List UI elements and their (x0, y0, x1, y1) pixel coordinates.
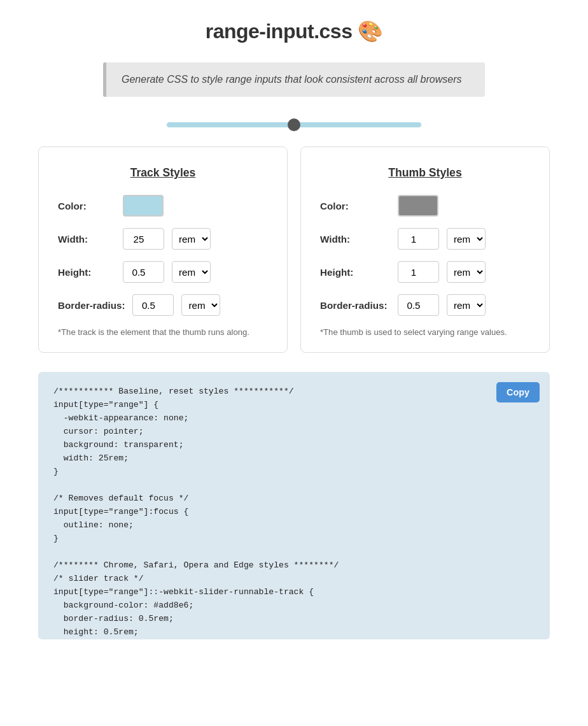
thumb-card-note: *The thumb is used to select varying ran… (320, 327, 530, 337)
track-color-label: Color: (58, 201, 115, 211)
banner-text: Generate CSS to style range inputs that … (122, 74, 470, 85)
thumb-height-input[interactable] (398, 261, 439, 283)
banner: Generate CSS to style range inputs that … (103, 62, 485, 97)
code-section: Copy /*********** Baseline, reset styles… (38, 372, 550, 639)
thumb-border-radius-input[interactable] (398, 294, 439, 316)
page-title: range-input.css 🎨 (13, 19, 575, 43)
track-width-unit[interactable]: rempxem% (172, 228, 211, 250)
track-card-note: *The track is the element that the thumb… (58, 327, 268, 337)
track-height-input[interactable] (123, 261, 164, 283)
thumb-border-radius-unit[interactable]: rempxem% (447, 294, 486, 316)
thumb-border-radius-row: Border-radius: rempxem% (320, 294, 530, 316)
track-border-radius-input[interactable] (132, 294, 174, 316)
track-height-unit[interactable]: rempxem% (172, 261, 211, 283)
thumb-color-swatch[interactable] (398, 195, 438, 217)
track-color-row: Color: (58, 195, 268, 217)
track-border-radius-unit[interactable]: rempxem% (181, 294, 220, 316)
cards-row: Track Styles Color: Width: rempxem% Heig… (0, 146, 588, 353)
page-header: range-input.css 🎨 (0, 0, 588, 56)
thumb-color-label: Color: (320, 201, 390, 211)
track-card-title: Track Styles (58, 166, 268, 180)
thumb-color-row: Color: (320, 195, 530, 217)
code-block: /*********** Baseline, reset styles ****… (53, 385, 535, 639)
thumb-width-input[interactable] (398, 228, 439, 250)
track-styles-card: Track Styles Color: Width: rempxem% Heig… (38, 146, 288, 353)
track-height-label: Height: (58, 267, 115, 278)
track-width-input[interactable] (123, 228, 164, 250)
track-width-row: Width: rempxem% (58, 228, 268, 250)
track-border-radius-label: Border-radius: (58, 300, 125, 311)
track-color-swatch[interactable] (123, 195, 164, 217)
thumb-width-unit[interactable]: rempxem% (447, 228, 486, 250)
thumb-height-row: Height: rempxem% (320, 261, 530, 283)
thumb-border-radius-label: Border-radius: (320, 300, 390, 311)
thumb-width-label: Width: (320, 234, 390, 245)
thumb-card-title: Thumb Styles (320, 166, 530, 180)
slider-preview (0, 110, 588, 146)
track-height-row: Height: rempxem% (58, 261, 268, 283)
thumb-height-unit[interactable]: rempxem% (447, 261, 486, 283)
copy-button[interactable]: Copy (496, 382, 540, 402)
preview-slider[interactable] (167, 122, 421, 127)
track-border-radius-row: Border-radius: rempxem% (58, 294, 268, 316)
thumb-styles-card: Thumb Styles Color: Width: rempxem% Heig… (300, 146, 550, 353)
track-width-label: Width: (58, 234, 115, 245)
thumb-width-row: Width: rempxem% (320, 228, 530, 250)
thumb-height-label: Height: (320, 267, 390, 278)
